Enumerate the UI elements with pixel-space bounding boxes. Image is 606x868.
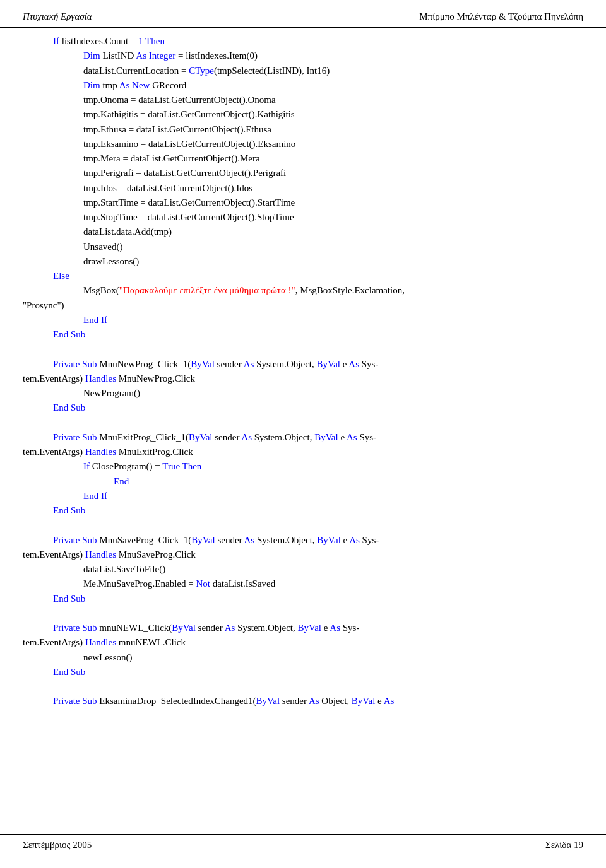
code-line [23, 679, 583, 694]
code-line: End [23, 474, 583, 489]
code-line: Private Sub EksaminaDrop_SelectedIndexCh… [23, 694, 583, 708]
header-left: Πτυχιακή Εργασία [23, 11, 92, 22]
code-line: Private Sub MnuNewProg_Click_1(ByVal sen… [23, 357, 583, 372]
code-line: dataList.SaveToFile() [23, 562, 583, 577]
code-line: Dim tmp As New GRecord [23, 78, 583, 93]
code-line: drawLessons() [23, 254, 583, 269]
code-line: If CloseProgram() = True Then [23, 459, 583, 474]
code-line: End If [23, 489, 583, 503]
code-line: Private Sub MnuExitProg_Click_1(ByVal se… [23, 430, 583, 445]
footer-right: Σελίδα 19 [545, 840, 583, 850]
code-line: End Sub [23, 327, 583, 342]
code-line: "Prosync") [23, 298, 583, 313]
code-line: MsgBox("Παρακαλούμε επιλέξτε ένα μάθημα … [23, 283, 583, 298]
code-line: tmp.Onoma = dataList.GetCurrentObject().… [23, 93, 583, 107]
code-line: Dim ListIND As Integer = listIndexes.Ite… [23, 49, 583, 63]
code-line: NewProgram() [23, 386, 583, 401]
code-block: If listIndexes.Count = 1 Then Dim ListIN… [23, 34, 583, 709]
code-line: tmp.Eksamino = dataList.GetCurrentObject… [23, 137, 583, 151]
code-line: dataList.CurrentLocation = CType(tmpSele… [23, 64, 583, 78]
code-line [23, 416, 583, 430]
code-line: If listIndexes.Count = 1 Then [23, 34, 583, 49]
code-line: Else [23, 269, 583, 283]
code-line: tmp.Ethusa = dataList.GetCurrentObject()… [23, 122, 583, 137]
code-line [23, 518, 583, 532]
code-line: tmp.Idos = dataList.GetCurrentObject().I… [23, 181, 583, 196]
code-line: newLesson() [23, 650, 583, 665]
code-line: Private Sub MnuSaveProg_Click_1(ByVal se… [23, 533, 583, 548]
page-header: Πτυχιακή Εργασία Μπίρμπο Μπλένταρ & Τζού… [0, 0, 606, 28]
code-line: tem.EventArgs) Handles MnuExitProg.Click [23, 445, 583, 459]
code-line: End Sub [23, 665, 583, 679]
content-area: If listIndexes.Count = 1 Then Dim ListIN… [0, 34, 606, 747]
code-line: Unsaved() [23, 240, 583, 254]
code-line: Me.MnuSaveProg.Enabled = Not dataList.Is… [23, 577, 583, 591]
code-line: Private Sub mnuNEWL_Click(ByVal sender A… [23, 621, 583, 635]
code-line: End Sub [23, 401, 583, 415]
code-line: tem.EventArgs) Handles MnuSaveProg.Click [23, 548, 583, 562]
code-line [23, 606, 583, 621]
page-footer: Σεπτέμβριος 2005 Σελίδα 19 [0, 834, 606, 855]
code-line: tmp.Perigrafi = dataList.GetCurrentObjec… [23, 166, 583, 180]
footer-left: Σεπτέμβριος 2005 [23, 840, 92, 850]
code-line: tmp.Mera = dataList.GetCurrentObject().M… [23, 151, 583, 166]
code-line: End Sub [23, 592, 583, 606]
code-line: End Sub [23, 503, 583, 518]
code-line: tem.EventArgs) Handles MnuNewProg.Click [23, 372, 583, 386]
code-line: tmp.Kathigitis = dataList.GetCurrentObje… [23, 107, 583, 122]
code-line [23, 342, 583, 356]
code-line: dataList.data.Add(tmp) [23, 225, 583, 239]
code-line: tmp.StartTime = dataList.GetCurrentObjec… [23, 196, 583, 210]
header-right: Μπίρμπο Μπλένταρ & Τζούμπα Πηνελόπη [419, 11, 583, 22]
code-line: tem.EventArgs) Handles mnuNEWL.Click [23, 635, 583, 650]
code-line: tmp.StopTime = dataList.GetCurrentObject… [23, 210, 583, 225]
code-line-end-if: End If [23, 313, 583, 327]
